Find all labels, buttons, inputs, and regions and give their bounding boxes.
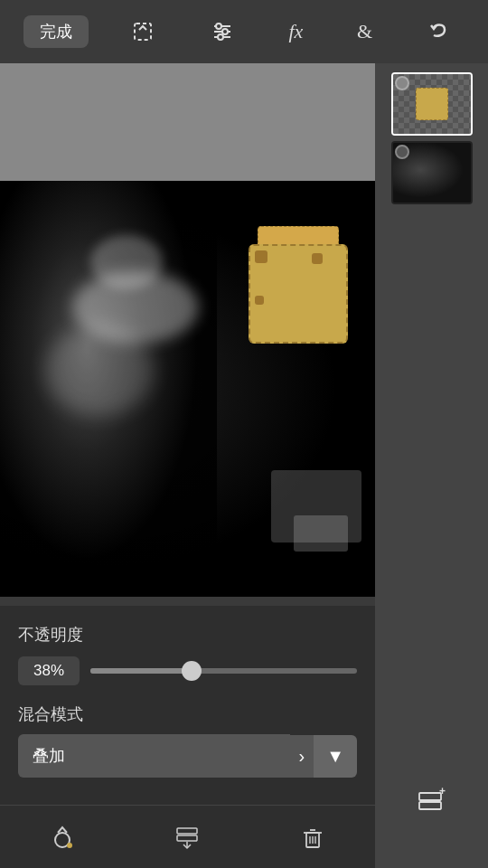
blend-icon: & <box>357 20 372 43</box>
danbo-layer <box>249 226 366 344</box>
painted-image[interactable] <box>0 181 375 597</box>
paint-bucket-icon <box>49 824 76 851</box>
layer-2-container <box>391 141 473 204</box>
bottom-toolbar <box>0 805 375 868</box>
svg-point-11 <box>67 843 72 848</box>
merge-layers-icon <box>174 824 201 851</box>
svg-point-4 <box>216 24 221 29</box>
undo-icon <box>427 19 452 44</box>
danbo-spot2 <box>312 253 323 264</box>
paint-stroke-2 <box>90 235 163 289</box>
canvas-area <box>0 63 375 597</box>
blend-mode-dropdown-button[interactable]: ▼ <box>314 735 357 778</box>
select-tool-button[interactable] <box>117 14 168 50</box>
svg-rect-21 <box>419 793 441 800</box>
sidebar-bottom: + <box>375 732 488 868</box>
opacity-slider-fill <box>90 668 192 674</box>
svg-point-6 <box>218 34 223 40</box>
new-layer-icon: + <box>416 784 448 816</box>
adjust-icon <box>210 19 235 44</box>
svg-rect-13 <box>177 835 197 841</box>
svg-text:+: + <box>439 785 446 797</box>
opacity-slider-thumb[interactable] <box>182 661 202 681</box>
layer-1-box-preview <box>416 88 448 120</box>
layer-1-radio[interactable] <box>395 76 409 90</box>
bottom-panel: 不透明度 38% 混合模式 叠加 › ▼ <box>0 606 375 805</box>
svg-rect-22 <box>419 802 441 809</box>
svg-rect-12 <box>177 828 197 834</box>
delete-icon <box>300 825 325 850</box>
danbo-spot3 <box>255 296 264 305</box>
fx-tool-button[interactable]: fx <box>276 14 315 49</box>
merge-layers-button[interactable] <box>164 815 210 860</box>
danbo-body <box>249 244 348 344</box>
opacity-row: 38% <box>18 656 357 685</box>
blend-mode-value: 叠加 <box>18 734 290 778</box>
opacity-slider[interactable] <box>90 668 357 674</box>
delete-layer-button[interactable] <box>290 815 335 860</box>
canvas-top-gray <box>0 63 375 181</box>
done-button[interactable]: 完成 <box>23 15 89 48</box>
layer-1-container <box>391 72 473 136</box>
blend-mode-label: 混合模式 <box>18 703 357 725</box>
fx-icon: fx <box>288 20 303 43</box>
paint-bucket-button[interactable] <box>40 815 85 860</box>
undo-button[interactable] <box>414 14 465 50</box>
new-layer-button[interactable]: + <box>409 778 455 823</box>
top-toolbar: 完成 fx & <box>0 0 488 63</box>
done-label: 完成 <box>40 21 72 42</box>
adjust-tool-button[interactable] <box>197 14 248 50</box>
opacity-label: 不透明度 <box>18 624 357 646</box>
paint-stroke-3 <box>45 326 154 416</box>
blend-mode-right-arrow[interactable]: › <box>290 735 314 778</box>
blend-tool-button[interactable]: & <box>344 14 385 49</box>
danbo-spot1 <box>255 250 267 263</box>
select-icon <box>130 19 155 44</box>
danbo-lower-detail <box>294 515 348 552</box>
blend-mode-row: 叠加 › ▼ <box>18 734 357 778</box>
layer-2-radio[interactable] <box>395 145 409 159</box>
opacity-value: 38% <box>18 656 80 685</box>
svg-point-5 <box>222 29 228 34</box>
